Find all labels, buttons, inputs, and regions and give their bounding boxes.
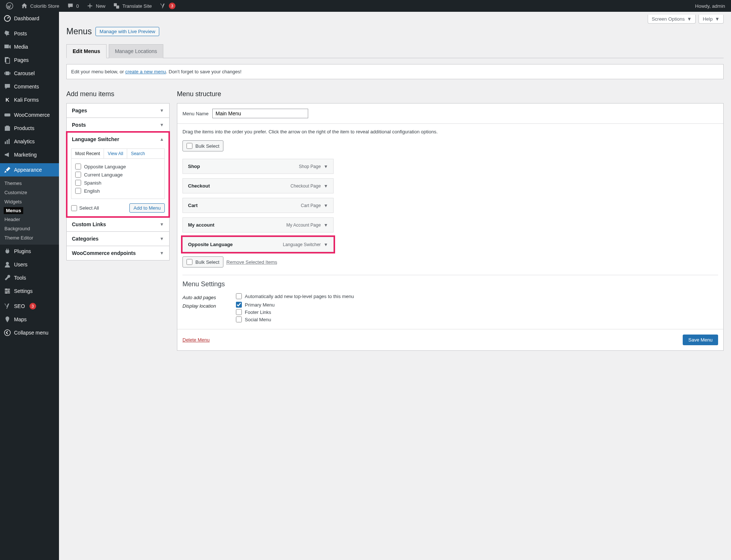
help-button[interactable]: Help▼ xyxy=(699,15,724,24)
products-icon xyxy=(4,125,11,132)
acc-woo-endpoints[interactable]: WooCommerce endpoints▼ xyxy=(67,246,169,260)
sidebar-item-tools[interactable]: Tools xyxy=(0,271,59,284)
admin-sidebar: Dashboard Posts Media Pages Carousel Com… xyxy=(0,12,59,560)
sidebar-item-carousel[interactable]: Carousel xyxy=(0,67,59,80)
chevron-up-icon: ▲ xyxy=(160,137,164,142)
chevron-down-icon: ▼ xyxy=(324,242,328,247)
sidebar-item-marketing[interactable]: Marketing xyxy=(0,148,59,161)
collapse-icon xyxy=(4,329,11,336)
acc-categories[interactable]: Categories▼ xyxy=(67,232,169,246)
loc-social[interactable]: Social Menu xyxy=(236,316,275,322)
chevron-down-icon: ▼ xyxy=(160,222,164,227)
loc-primary[interactable]: Primary Menu xyxy=(236,302,275,308)
sub-item-themes[interactable]: Themes xyxy=(0,179,59,188)
bulk-select-bottom[interactable]: Bulk Select xyxy=(182,256,223,267)
menu-item-cart[interactable]: Cart Cart Page▼ xyxy=(182,198,334,213)
sub-item-theme-editor[interactable]: Theme Editor xyxy=(0,233,59,242)
lang-inner-tabs: Most Recent View All Search xyxy=(71,148,165,158)
menu-structure-box: Menu Name Drag the items into the order … xyxy=(177,103,724,351)
select-all-lang[interactable]: Select All xyxy=(71,205,99,211)
main-content: Screen Options▼ Help▼ Menus Manage with … xyxy=(59,12,731,560)
sub-item-customize[interactable]: Customize xyxy=(0,188,59,197)
sidebar-item-plugins[interactable]: Plugins xyxy=(0,245,59,258)
sidebar-item-posts[interactable]: Posts xyxy=(0,27,59,40)
pages-icon xyxy=(4,56,11,64)
save-menu-button[interactable]: Save Menu xyxy=(683,335,718,345)
sub-item-widgets[interactable]: Widgets xyxy=(0,197,59,206)
sidebar-item-appearance[interactable]: Appearance xyxy=(0,163,59,176)
lang-opt-opposite[interactable]: Opposite Language xyxy=(75,162,161,171)
menu-item-shop[interactable]: Shop Shop Page▼ xyxy=(182,159,334,174)
edit-notice: Edit your menu below, or create a new me… xyxy=(66,64,724,79)
wp-logo[interactable] xyxy=(3,0,16,12)
tab-view-all[interactable]: View All xyxy=(104,149,127,158)
sidebar-item-seo[interactable]: SEO3 xyxy=(0,300,59,313)
sidebar-item-dashboard[interactable]: Dashboard xyxy=(0,12,59,25)
drag-instruction: Drag the items into the order you prefer… xyxy=(182,129,718,134)
pin-icon xyxy=(4,30,11,37)
acc-posts[interactable]: Posts▼ xyxy=(67,118,169,132)
svg-point-17 xyxy=(6,288,7,290)
loc-footer[interactable]: Footer Links xyxy=(236,309,275,315)
svg-point-20 xyxy=(4,330,10,336)
sub-item-header[interactable]: Header xyxy=(0,215,59,224)
site-name-link[interactable]: Colorlib Store xyxy=(18,0,62,12)
chevron-down-icon: ▼ xyxy=(715,16,720,22)
add-to-menu-button[interactable]: Add to Menu xyxy=(129,203,165,213)
acc-language-switcher[interactable]: Language Switcher▲ xyxy=(67,132,169,146)
sidebar-item-comments[interactable]: Comments xyxy=(0,80,59,93)
auto-add-label: Auto add pages xyxy=(182,293,236,300)
svg-text:K: K xyxy=(6,97,9,103)
translate-link[interactable]: Translate Site xyxy=(110,0,155,12)
new-label: New xyxy=(96,3,105,9)
menu-settings-title: Menu Settings xyxy=(182,280,718,288)
remove-selected-link[interactable]: Remove Selected Items xyxy=(226,259,277,265)
analytics-icon xyxy=(4,138,11,145)
admin-bar: Colorlib Store 0 New Translate Site 3 Ho… xyxy=(0,0,731,12)
new-content-link[interactable]: New xyxy=(83,0,108,12)
yoast-badge: 3 xyxy=(169,3,175,9)
sub-item-menus[interactable]: Menus xyxy=(4,207,23,214)
acc-pages[interactable]: Pages▼ xyxy=(67,104,169,118)
sidebar-item-maps[interactable]: Maps xyxy=(0,313,59,326)
svg-rect-4 xyxy=(4,45,9,48)
svg-rect-15 xyxy=(8,139,10,144)
yoast-link[interactable]: 3 xyxy=(156,0,178,12)
kali-icon: K xyxy=(4,96,11,104)
sidebar-item-media[interactable]: Media xyxy=(0,40,59,53)
sidebar-item-users[interactable]: Users xyxy=(0,258,59,271)
tab-most-recent[interactable]: Most Recent xyxy=(72,149,104,158)
add-items-accordion: Pages▼ Posts▼ Language Switcher▲ Most Re… xyxy=(66,103,170,260)
sidebar-item-kaliforms[interactable]: KKali Forms xyxy=(0,93,59,106)
menu-name-input[interactable] xyxy=(212,109,308,118)
plug-icon xyxy=(4,248,11,255)
menu-item-opposite-language[interactable]: Opposite Language Language Switcher▼ xyxy=(182,237,334,252)
delete-menu-link[interactable]: Delete Menu xyxy=(182,337,210,343)
acc-custom-links[interactable]: Custom Links▼ xyxy=(67,217,169,231)
lang-opt-current[interactable]: Current Language xyxy=(75,171,161,179)
tab-edit-menus[interactable]: Edit Menus xyxy=(66,44,107,58)
bulk-select-top[interactable]: Bulk Select xyxy=(182,140,223,151)
tab-search[interactable]: Search xyxy=(127,149,149,158)
tab-manage-locations[interactable]: Manage Locations xyxy=(109,44,163,58)
auto-add-checkbox[interactable]: Automatically add new top-level pages to… xyxy=(236,293,354,299)
appearance-submenu: Themes Customize Widgets Menus Header Ba… xyxy=(0,176,59,245)
live-preview-button[interactable]: Manage with Live Preview xyxy=(95,27,159,36)
comments-link[interactable]: 0 xyxy=(64,0,82,12)
lang-opt-spanish[interactable]: Spanish xyxy=(75,179,161,187)
sidebar-item-settings[interactable]: Settings xyxy=(0,284,59,298)
screen-options-button[interactable]: Screen Options▼ xyxy=(648,15,696,24)
brush-icon xyxy=(4,166,11,174)
sidebar-item-products[interactable]: Products xyxy=(0,122,59,135)
plus-icon xyxy=(86,2,94,10)
create-menu-link[interactable]: create a new menu xyxy=(125,69,166,74)
sidebar-item-pages[interactable]: Pages xyxy=(0,53,59,67)
sidebar-item-collapse[interactable]: Collapse menu xyxy=(0,326,59,339)
sidebar-item-woocommerce[interactable]: WooCommerce xyxy=(0,108,59,122)
sub-item-background[interactable]: Background xyxy=(0,224,59,233)
menu-item-checkout[interactable]: Checkout Checkout Page▼ xyxy=(182,178,334,193)
howdy-link[interactable]: Howdy, admin xyxy=(692,0,728,12)
sidebar-item-analytics[interactable]: Analytics xyxy=(0,135,59,148)
lang-opt-english[interactable]: English xyxy=(75,187,161,195)
menu-item-myaccount[interactable]: My account My Account Page▼ xyxy=(182,217,334,232)
